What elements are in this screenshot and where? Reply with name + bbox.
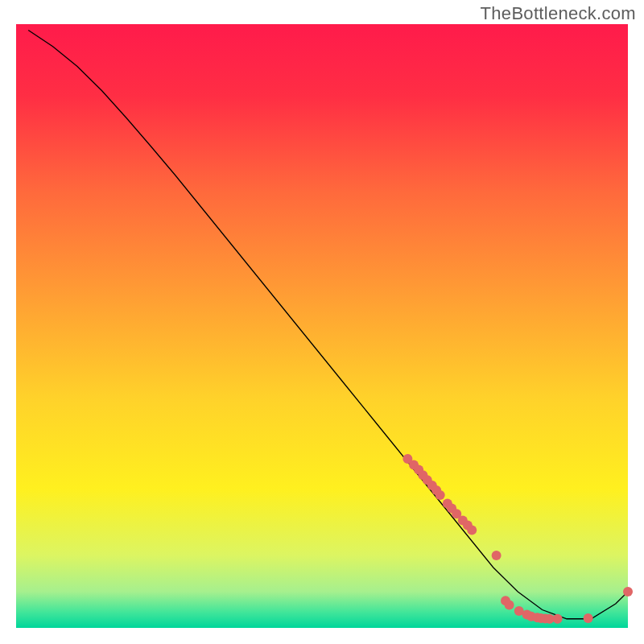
data-point xyxy=(584,613,593,623)
chart-container: TheBottleneck.com xyxy=(0,0,644,644)
data-point xyxy=(553,614,563,624)
data-point xyxy=(505,601,514,610)
bottleneck-chart xyxy=(0,0,644,644)
data-point xyxy=(436,490,445,500)
watermark-text: TheBottleneck.com xyxy=(481,3,636,24)
plot-background xyxy=(16,24,628,628)
data-point xyxy=(467,526,477,535)
data-point xyxy=(623,587,633,597)
data-point xyxy=(492,551,502,560)
